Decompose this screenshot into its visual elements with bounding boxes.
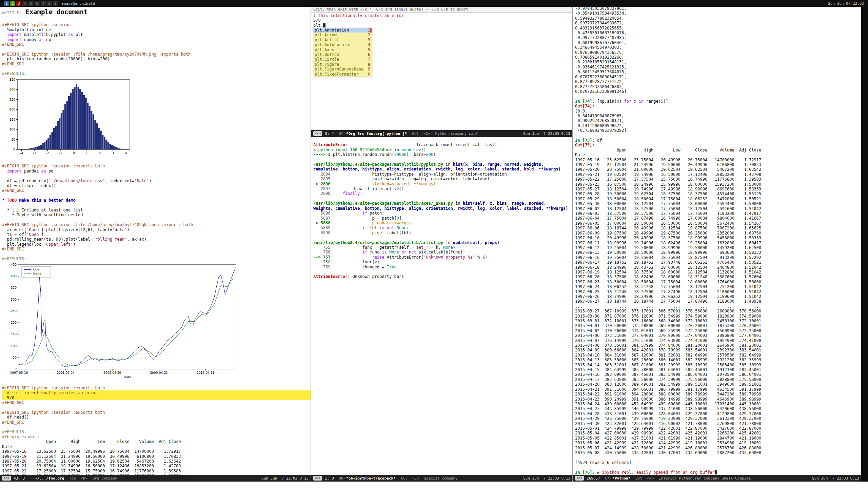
buffer-line[interactable] xyxy=(2,425,311,429)
buffer-line[interactable]: pd.rolling_mean(ts, 90).plot(label='roll… xyxy=(2,237,311,242)
buffer-line[interactable]: 2898 finally: xyxy=(313,191,572,196)
buffer-line[interactable]: 2015-05-08 430.75000 435.42001 430.17001… xyxy=(575,450,861,455)
buffer-line[interactable]: 758 func(v) xyxy=(313,260,572,264)
buffer-line[interactable]: * [ ] Include at least one list xyxy=(2,208,311,212)
buffer-line[interactable]: 2897 draw_if_interactive() xyxy=(313,186,572,191)
buffer-line[interactable]: 0.87757533580426883, xyxy=(575,84,861,89)
buffer-line[interactable]: 1997-05-28 19.50000 19.62504 18.37500 18… xyxy=(575,191,861,196)
buffer-line[interactable]: -0.80113459517804075, xyxy=(575,69,861,74)
buffer-line[interactable]: 1997-06-27 18.18744 18.18744 17.75004 17… xyxy=(575,299,861,304)
buffer-line[interactable]: #+BEGIN_SRC ipython :session :file /home… xyxy=(2,222,311,227)
buffer-line[interactable]: #+END_SRC xyxy=(2,247,311,251)
buffer-line[interactable]: 0.070722167238991246] xyxy=(575,89,861,94)
workspace-button[interactable]: 6 xyxy=(35,1,40,6)
buffer-line[interactable]: -0.7568024953079282] xyxy=(575,128,861,133)
buffer-line[interactable]: -0.97845035079337961, xyxy=(575,7,861,11)
buffer-line[interactable]: In [76]: # ipython repl, easily opened f… xyxy=(575,470,861,475)
buffer-line[interactable]: ----> 1 plt.hist(np.random.randn(20000),… xyxy=(313,152,572,157)
buffer-line[interactable]: -> 5888 p.update(kwargs) xyxy=(313,221,572,225)
buffer-line[interactable]: plt. xyxy=(313,23,572,28)
minibuffer[interactable] xyxy=(0,482,868,488)
buffer-line[interactable]: cumulative, bottom, histtype, align, ori… xyxy=(313,167,572,171)
buffer-line[interactable] xyxy=(2,405,311,410)
buffer-line[interactable]: Date xyxy=(575,152,861,157)
buffer-line[interactable]: In [74]: [np.sin(x) for x in range(5)] xyxy=(575,99,861,104)
buffer-line[interactable]: 1997-06-25 18.31248 18.37500 17.87496 18… xyxy=(575,289,861,294)
buffer-line[interactable]: 2015-04-21 391.31000 394.66001 386.79999… xyxy=(575,387,861,392)
buffer-line[interactable]: 2895 rwidth=rwidth, log=log, color=color… xyxy=(313,177,572,181)
completion-popup[interactable]: plt.Annotation1plt.Arrow2plt.Artist3plt.… xyxy=(313,28,372,77)
buffer-line[interactable]: #+BEGIN_SRC ipython :session :file /home… xyxy=(2,52,311,57)
buffer-line[interactable]: -> 2896 stacked=stacked, **kwargs) xyxy=(313,182,572,186)
buffer-line[interactable]: 0.3466494554970303, xyxy=(575,45,861,50)
buffer-line[interactable]: 1997-06-16 19.25004 19.25004 18.75004 18… xyxy=(575,255,861,260)
buffer-line[interactable]: 0.070752236080345171, xyxy=(575,75,861,79)
workspace-switcher[interactable]: 123456789 xyxy=(4,1,58,6)
buffer-line[interactable]: plt.hist(np.random.randn(20000), bins=20… xyxy=(2,57,311,61)
buffer-line[interactable]: 1997-05-20 20.75004 21.00000 19.62504 19… xyxy=(2,459,311,464)
buffer-line[interactable]: 5/0 xyxy=(313,18,572,23)
buffer-line[interactable]: AttributeError: Unknown property bars xyxy=(313,274,572,279)
buffer-line[interactable]: [0.0, xyxy=(575,109,861,114)
buffer-line[interactable]: /usr/lib/python3.4/site-packages/matplot… xyxy=(313,240,572,245)
buffer-line[interactable]: /usr/lib/python3.4/site-packages/matplot… xyxy=(313,162,572,167)
buffer-line[interactable]: 1997-05-20 20.75004 21.00000 19.62504 19… xyxy=(575,167,861,172)
completion-item[interactable]: plt.Arrow2 xyxy=(313,33,372,37)
buffer-line[interactable]: 0.59493277802320854, xyxy=(575,16,861,21)
buffer-line[interactable]: Open High Low Close Volume Adj Close xyxy=(2,439,311,444)
buffer-line[interactable]: 5/0 xyxy=(2,395,311,400)
buffer-line[interactable]: Date xyxy=(2,444,311,449)
buffer-line[interactable] xyxy=(313,157,572,162)
completion-item[interactable]: plt.FigureCanvasBase9 xyxy=(313,67,372,72)
buffer-line[interactable]: 5890 p.set_label(lbl) xyxy=(313,230,572,235)
buffer-line[interactable]: 1997-05-19 21.12504 21.24996 19.50000 20… xyxy=(575,162,861,167)
buffer-line[interactable] xyxy=(2,218,311,222)
buffer-line[interactable]: 1997-06-23 18.50004 18.50004 17.75004 18… xyxy=(575,280,861,284)
buffer-line[interactable]: #+TITLE: Example document xyxy=(2,7,311,18)
buffer-line[interactable]: 1997-06-05 17.00004 18.50004 16.50000 18… xyxy=(575,221,861,226)
buffer-line[interactable]: 2015-04-20 383.12000 389.49001 382.54999… xyxy=(575,382,861,387)
buffer-line[interactable]: 5889 if lbl is not None: xyxy=(313,225,572,230)
buffer-line[interactable]: %matplotlib inline xyxy=(2,27,311,32)
buffer-line[interactable]: 2015-04-16 383.69000 387.45001 383.54999… xyxy=(575,372,861,377)
buffer-line[interactable]: -0.47555018687189076, xyxy=(575,30,861,35)
buffer-line[interactable]: 2015-04-02 370.56000 374.01001 369.35999… xyxy=(575,328,861,333)
buffer-line[interactable]: df = df.sort_index() xyxy=(2,183,311,188)
buffer-line[interactable]: 2015-04-01 370.50000 373.28000 369.00000… xyxy=(575,323,861,328)
buffer-line[interactable]: 0.48329156372825655, xyxy=(575,26,861,30)
buffer-line[interactable]: Open High Low Close Volume Adj Close xyxy=(575,148,861,152)
buffer-line[interactable]: 2015-04-30 423.82001 425.64001 416.90002… xyxy=(575,421,861,426)
workspace-button[interactable]: 8 xyxy=(47,1,52,6)
buffer-line[interactable]: AttributeError Traceback (most recent ca… xyxy=(313,142,572,147)
buffer-line[interactable]: Out[74]: xyxy=(575,104,861,108)
buffer-line[interactable]: /usr/lib/python3.4/site-packages/matplot… xyxy=(313,201,572,206)
buffer-line[interactable]: * TODO Make this a better demo xyxy=(2,198,311,203)
buffer-line[interactable]: 755 func = getattr(self, 'set_' + k, Non… xyxy=(313,245,572,250)
buffer-line[interactable] xyxy=(2,193,311,198)
buffer-line[interactable] xyxy=(2,159,311,164)
modeline-traceback[interactable]: </>1: 0 UR-*ob-ipython-traceback* All <E… xyxy=(311,475,572,482)
buffer-line[interactable]: #+END_SRC xyxy=(2,62,311,66)
buffer-line[interactable]: #+BEGIN_SRC ipython :session :exports bo… xyxy=(2,164,311,168)
buffer-line[interactable] xyxy=(575,133,861,138)
buffer-line[interactable]: 2015-05-06 421.42999 422.72000 414.42999… xyxy=(575,441,861,445)
workspace-button[interactable]: 4 xyxy=(22,1,27,6)
buffer-line[interactable]: 2015-04-17 382.63000 383.56000 374.39999… xyxy=(575,377,861,382)
buffer-line[interactable]: -0.99717328877407985, xyxy=(575,35,861,40)
buffer-line[interactable] xyxy=(313,235,572,240)
org-src-buffer[interactable]: # this intentionally creates an error5/0… xyxy=(311,13,572,130)
buffer-line[interactable]: 1997-06-12 19.25004 19.50000 18.99996 19… xyxy=(575,245,861,250)
buffer-line[interactable] xyxy=(575,465,861,470)
buffer-line[interactable] xyxy=(313,196,572,201)
buffer-line[interactable]: ----------------------------------------… xyxy=(313,138,572,142)
buffer-line[interactable]: 2015-04-10 384.31000 387.12000 381.32001… xyxy=(575,353,861,358)
buffer-line[interactable]: 1997-05-16 23.62500 25.75004 20.49996 20… xyxy=(2,449,311,454)
buffer-line[interactable]: 5887 p = patch[0] xyxy=(313,216,572,221)
org-buffer[interactable]: #+TITLE: Example document #+BEGIN_SRC ip… xyxy=(0,7,311,475)
buffer-line[interactable]: 1997-05-29 18.50004 18.50004 17.75004 18… xyxy=(575,197,861,201)
buffer-line[interactable]: 1997-06-10 20.49996 20.49996 18.37500 18… xyxy=(575,236,861,240)
workspace-button[interactable]: 3 xyxy=(16,1,21,6)
buffer-line[interactable]: import pandas as pd xyxy=(2,169,311,174)
buffer-line[interactable] xyxy=(575,455,861,460)
buffer-line[interactable]: #+END_SRC xyxy=(2,420,311,425)
